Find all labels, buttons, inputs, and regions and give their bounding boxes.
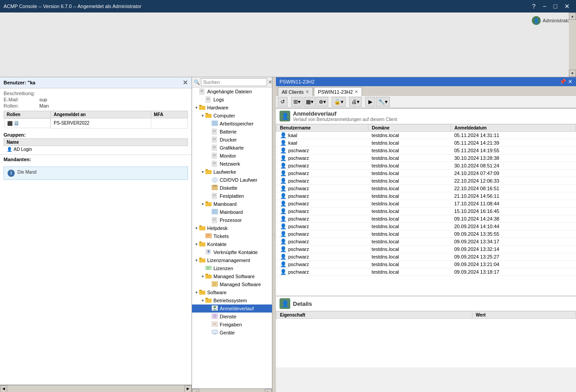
sidebar-item-cddvd[interactable]: CD/DVD Laufwer xyxy=(192,176,272,184)
minimize-button[interactable]: − xyxy=(540,2,549,11)
sidebar-item-freigaben[interactable]: Freigaben xyxy=(192,321,272,329)
sidebar-item-netzwerk[interactable]: Netzwerk xyxy=(192,160,272,168)
tab-all-clients-label: All Clients xyxy=(282,89,304,95)
user-cell: 👤pschwarz xyxy=(276,177,368,185)
sidebar-item-angehangte[interactable]: Angehängte Dateien xyxy=(192,88,272,96)
scroll-left-arrow[interactable]: ◀ xyxy=(0,385,7,392)
tree-node-icon xyxy=(212,153,219,159)
grid-view-button[interactable]: ⊞▾ xyxy=(291,97,303,107)
sidebar-item-lizenzen[interactable]: Lizenzen xyxy=(192,264,272,272)
sidebar-item-betriebssystem[interactable]: ▼ Betriebssystem xyxy=(192,296,272,304)
tree-arrow-icon xyxy=(206,129,212,134)
sidebar-item-computer[interactable]: ▼ Computer xyxy=(192,112,272,120)
sidebar-item-lizenzmanagement[interactable]: ▼ Lizenzmanagement xyxy=(192,256,272,264)
table-row[interactable]: 👤pschwarz testdns.local 20.09.2024 14:10… xyxy=(276,223,576,230)
table-row[interactable]: 👤pschwarz testdns.local 05.11.2024 14:19… xyxy=(276,147,576,154)
sidebar-item-tickets[interactable]: Tickets xyxy=(192,232,272,240)
sidebar-item-dienste[interactable]: Dienste xyxy=(192,313,272,321)
sidebar-item-anmeldeverlauf[interactable]: Anmeldeverlauf xyxy=(192,304,272,313)
sidebar-item-gerate[interactable]: Geräte xyxy=(192,329,272,337)
tools-button[interactable]: 🔧▾ xyxy=(376,97,390,107)
refresh-button[interactable]: ↺ xyxy=(278,97,288,107)
sidebar-item-kontakte[interactable]: ▼ Kontakte xyxy=(192,240,272,248)
sidebar-item-drucker[interactable]: Drucker xyxy=(192,136,272,144)
tree-arrow-icon xyxy=(200,97,205,102)
anmelde-header-text: Anmeldeverlauf Verlauf von Benutzeranmel… xyxy=(293,110,397,122)
tree-scroll-right[interactable]: ▶ xyxy=(265,389,272,392)
lock-button[interactable]: 🔒▾ xyxy=(332,97,346,107)
svg-rect-54 xyxy=(199,242,205,246)
maximize-button[interactable]: □ xyxy=(551,2,560,11)
table-row[interactable]: 👤pschwarz testdns.local 09.09.2024 13:35… xyxy=(276,230,576,238)
help-button[interactable]: ? xyxy=(530,2,538,11)
sidebar-item-helpdesk[interactable]: ▼ Helpdesk xyxy=(192,224,272,232)
domain-cell: testdns.local xyxy=(368,177,451,185)
user-info-close[interactable]: ✕ xyxy=(183,79,188,86)
table-row[interactable]: 👤kaal testdns.local 05.11.2024 14:31:11 xyxy=(276,132,576,139)
user-info-title: Benutzer: "ka xyxy=(4,80,35,85)
svg-rect-70 xyxy=(205,299,212,303)
table-row[interactable]: 👤pschwarz testdns.local 21.10.2024 14:56… xyxy=(276,192,576,200)
table-row[interactable]: 👤pschwarz testdns.local 22.10.2024 12:06… xyxy=(276,177,576,185)
print-button[interactable]: 🖨▾ xyxy=(349,97,362,107)
sidebar-item-label: Computer xyxy=(213,113,270,118)
tab-pswin11-23h2[interactable]: PSWIN11-23H2 ✕ xyxy=(314,87,362,96)
table-row[interactable]: 👤pschwarz testdns.local 09.09.2024 13:18… xyxy=(276,268,576,276)
search-input[interactable] xyxy=(201,78,267,86)
add-button[interactable]: ⊕▾ xyxy=(317,97,328,107)
tree-arrow-icon: ▼ xyxy=(200,169,205,175)
sidebar-item-festplatten[interactable]: Festplatten xyxy=(192,192,272,200)
table-row[interactable]: 👤pschwarz testdns.local 09.09.2024 13:32… xyxy=(276,246,576,253)
scroll-down-arrow[interactable]: ▼ xyxy=(569,70,576,77)
table-row[interactable]: 👤pschwarz testdns.local 09.09.2024 13:21… xyxy=(276,261,576,268)
table-row[interactable]: 👤pschwarz testdns.local 15.10.2024 16:16… xyxy=(276,208,576,215)
sidebar-item-managed-software-grp[interactable]: ▼ Managed Software xyxy=(192,272,272,280)
sidebar-item-mainboard-grp[interactable]: ▼ Mainboard xyxy=(192,200,272,208)
table-row[interactable]: 👤pschwarz testdns.local 09.09.2024 13:25… xyxy=(276,253,576,261)
sidebar-item-label: Angehängte Dateien xyxy=(207,89,270,94)
sidebar-item-managed-software-item[interactable]: Managed Software xyxy=(192,280,272,288)
groups-label: Gruppen: xyxy=(4,132,188,138)
sidebar-item-logs[interactable]: Logs xyxy=(192,96,272,104)
sidebar-item-software[interactable]: ▼ Software xyxy=(192,288,272,296)
tree-node-icon xyxy=(212,145,219,151)
pswin-close-icon[interactable]: ✕ xyxy=(568,79,572,85)
run-button[interactable]: ▶ xyxy=(365,97,375,107)
table-row[interactable]: 👤kaal testdns.local 05.11.2024 14:21:39 xyxy=(276,139,576,147)
tab-pswin-close[interactable]: ✕ xyxy=(355,89,358,94)
table-row[interactable]: 👤pschwarz testdns.local 30.10.2024 13:28… xyxy=(276,154,576,162)
groups-col-name: Name xyxy=(4,138,188,146)
tree-scroll-left[interactable]: ◀ xyxy=(192,389,199,392)
tab-all-clients-close[interactable]: ✕ xyxy=(305,89,309,94)
sidebar-item-monitor[interactable]: Monitor xyxy=(192,152,272,160)
sidebar-item-grafikkarte[interactable]: Grafikkarte xyxy=(192,144,272,152)
table-row[interactable]: 👤pschwarz testdns.local 09.10.2024 14:24… xyxy=(276,215,576,223)
sidebar-item-arbeitsspeicher[interactable]: Arbeitsspeicher xyxy=(192,120,272,128)
table-row[interactable]: 👤pschwarz testdns.local 17.10.2024 11:08… xyxy=(276,200,576,208)
search-clear-icon[interactable]: ✕ xyxy=(268,79,272,85)
scroll-up-arrow[interactable]: ▲ xyxy=(569,13,576,20)
sidebar-item-label: Geräte xyxy=(220,330,270,335)
layout-button[interactable]: ▦▾ xyxy=(304,97,316,107)
sidebar-item-laufwerke[interactable]: ▼ Laufwerke xyxy=(192,168,272,176)
table-row[interactable]: 👤pschwarz testdns.local 24.10.2024 07:47… xyxy=(276,170,576,177)
sidebar-item-label: Batterie xyxy=(220,129,270,134)
svg-rect-39 xyxy=(205,202,212,206)
scroll-right-arrow[interactable]: ▶ xyxy=(184,385,192,392)
list-item[interactable]: 👤 AD Login xyxy=(4,146,188,153)
sidebar-item-batterie[interactable]: Batterie xyxy=(192,128,272,136)
sidebar-item-prozessor[interactable]: Prozessor xyxy=(192,216,272,224)
table-row[interactable]: 👤pschwarz testdns.local 30.10.2024 08:51… xyxy=(276,162,576,170)
sidebar-item-verknupfte[interactable]: Verknüpfte Kontakte xyxy=(192,248,272,256)
sidebar-item-diskette[interactable]: Diskette xyxy=(192,184,272,192)
sidebar-item-label: Helpdesk xyxy=(207,225,270,231)
close-button[interactable]: ✕ xyxy=(562,2,572,11)
table-row[interactable]: ⬛ 🖥 PS-SERVER2022 xyxy=(4,118,188,129)
tab-all-clients[interactable]: All Clients ✕ xyxy=(278,87,313,96)
pswin-pin-icon[interactable]: 📌 xyxy=(559,79,566,85)
table-row[interactable]: 👤pschwarz testdns.local 22.10.2024 08:16… xyxy=(276,185,576,192)
table-row[interactable]: 👤pschwarz testdns.local 09.09.2024 13:34… xyxy=(276,238,576,246)
sidebar-item-mainboard-item[interactable]: Mainboard xyxy=(192,208,272,216)
sidebar-item-hardware[interactable]: ▼ Hardware xyxy=(192,104,272,112)
roles-table: Rollen Angemeldet an MFA ⬛ 🖥 PS-SERVER20… xyxy=(4,111,188,129)
